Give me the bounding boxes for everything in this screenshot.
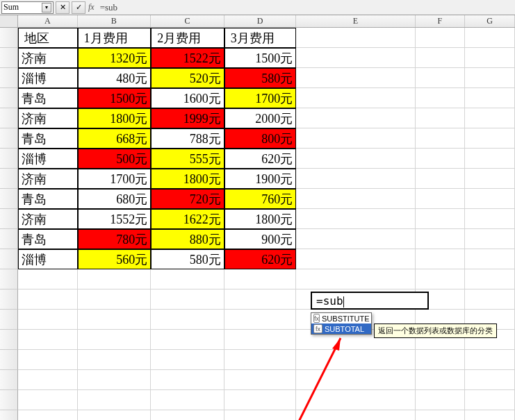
region-cell[interactable]: 济南: [18, 108, 78, 128]
value-cell[interactable]: 560元: [78, 249, 152, 269]
col-header-A[interactable]: A: [18, 15, 78, 27]
header-region[interactable]: 地区: [18, 28, 78, 48]
region-cell[interactable]: 青岛: [18, 88, 78, 108]
empty-cell[interactable]: [296, 128, 415, 149]
value-cell[interactable]: 680元: [78, 189, 152, 209]
empty-cell[interactable]: [78, 289, 152, 310]
value-cell[interactable]: 1900元: [224, 169, 297, 189]
select-all-corner[interactable]: [0, 15, 18, 27]
col-header-E[interactable]: E: [296, 15, 415, 27]
empty-cell[interactable]: [224, 310, 297, 330]
empty-cell[interactable]: [416, 370, 466, 390]
value-cell[interactable]: 1552元: [78, 209, 152, 229]
empty-cell[interactable]: [465, 28, 515, 48]
value-cell[interactable]: 2000元: [224, 108, 297, 128]
row-header[interactable]: [0, 330, 18, 350]
empty-cell[interactable]: [18, 269, 78, 289]
empty-cell[interactable]: [296, 370, 415, 390]
empty-cell[interactable]: [416, 410, 466, 420]
value-cell[interactable]: 900元: [224, 229, 297, 249]
empty-cell[interactable]: [296, 350, 415, 370]
empty-cell[interactable]: [296, 68, 415, 88]
row-header[interactable]: [0, 269, 18, 289]
value-cell[interactable]: 1500元: [224, 48, 297, 68]
empty-cell[interactable]: [465, 189, 515, 209]
row-header[interactable]: [0, 390, 18, 410]
col-header-D[interactable]: D: [224, 15, 297, 27]
empty-cell[interactable]: [296, 209, 415, 229]
empty-cell[interactable]: [296, 189, 415, 209]
row-header[interactable]: [0, 88, 18, 108]
empty-cell[interactable]: [78, 350, 152, 370]
empty-cell[interactable]: [465, 149, 515, 169]
value-cell[interactable]: 1800元: [151, 169, 224, 189]
empty-cell[interactable]: [296, 48, 415, 68]
empty-cell[interactable]: [465, 169, 515, 189]
empty-cell[interactable]: [416, 88, 466, 108]
empty-cell[interactable]: [465, 249, 515, 269]
header-month1[interactable]: 1月费用: [78, 28, 152, 48]
empty-cell[interactable]: [416, 269, 466, 289]
region-cell[interactable]: 济南: [18, 48, 78, 68]
empty-cell[interactable]: [18, 289, 78, 310]
empty-cell[interactable]: [465, 410, 515, 420]
empty-cell[interactable]: [465, 350, 515, 370]
row-header[interactable]: [0, 289, 18, 310]
value-cell[interactable]: 1600元: [151, 88, 224, 108]
row-header[interactable]: [0, 310, 18, 330]
value-cell[interactable]: 1700元: [224, 88, 297, 108]
empty-cell[interactable]: [296, 108, 415, 128]
empty-cell[interactable]: [416, 229, 466, 249]
row-header[interactable]: [0, 249, 18, 269]
row-header[interactable]: [0, 68, 18, 88]
empty-cell[interactable]: [416, 390, 466, 410]
name-box[interactable]: Sum ▾: [1, 1, 54, 14]
empty-cell[interactable]: [296, 28, 415, 48]
autocomplete-item-subtotal[interactable]: fxSUBTOTAL: [311, 324, 371, 334]
accept-formula-button[interactable]: ✓: [72, 1, 85, 14]
empty-cell[interactable]: [224, 410, 297, 420]
region-cell[interactable]: 淄博: [18, 149, 78, 169]
region-cell[interactable]: 青岛: [18, 229, 78, 249]
empty-cell[interactable]: [78, 410, 152, 420]
empty-cell[interactable]: [18, 410, 78, 420]
value-cell[interactable]: 1999元: [151, 108, 224, 128]
empty-cell[interactable]: [296, 169, 415, 189]
empty-cell[interactable]: [78, 310, 152, 330]
row-header[interactable]: [0, 28, 18, 48]
empty-cell[interactable]: [224, 370, 297, 390]
row-header[interactable]: [0, 108, 18, 128]
value-cell[interactable]: 500元: [78, 149, 152, 169]
value-cell[interactable]: 480元: [78, 68, 152, 88]
cancel-formula-button[interactable]: ✕: [56, 1, 70, 14]
row-header[interactable]: [0, 149, 18, 169]
empty-cell[interactable]: [296, 229, 415, 249]
empty-cell[interactable]: [465, 269, 515, 289]
empty-cell[interactable]: [151, 269, 224, 289]
value-cell[interactable]: 620元: [224, 249, 297, 269]
empty-cell[interactable]: [78, 330, 152, 350]
empty-cell[interactable]: [18, 330, 78, 350]
empty-cell[interactable]: [465, 209, 515, 229]
row-header[interactable]: [0, 410, 18, 420]
empty-cell[interactable]: [416, 48, 466, 68]
value-cell[interactable]: 1500元: [78, 88, 152, 108]
empty-cell[interactable]: [416, 149, 466, 169]
empty-cell[interactable]: [465, 48, 515, 68]
region-cell[interactable]: 淄博: [18, 249, 78, 269]
empty-cell[interactable]: [416, 108, 466, 128]
col-header-B[interactable]: B: [78, 15, 152, 27]
empty-cell[interactable]: [416, 350, 466, 370]
active-cell-editor[interactable]: =sub: [311, 292, 429, 310]
empty-cell[interactable]: [224, 269, 297, 289]
row-header[interactable]: [0, 128, 18, 149]
value-cell[interactable]: 520元: [151, 68, 224, 88]
value-cell[interactable]: 620元: [224, 149, 297, 169]
empty-cell[interactable]: [18, 370, 78, 390]
empty-cell[interactable]: [296, 88, 415, 108]
value-cell[interactable]: 1622元: [151, 209, 224, 229]
empty-cell[interactable]: [151, 289, 224, 310]
empty-cell[interactable]: [416, 28, 466, 48]
header-month3[interactable]: 3月费用: [224, 28, 297, 48]
empty-cell[interactable]: [416, 249, 466, 269]
